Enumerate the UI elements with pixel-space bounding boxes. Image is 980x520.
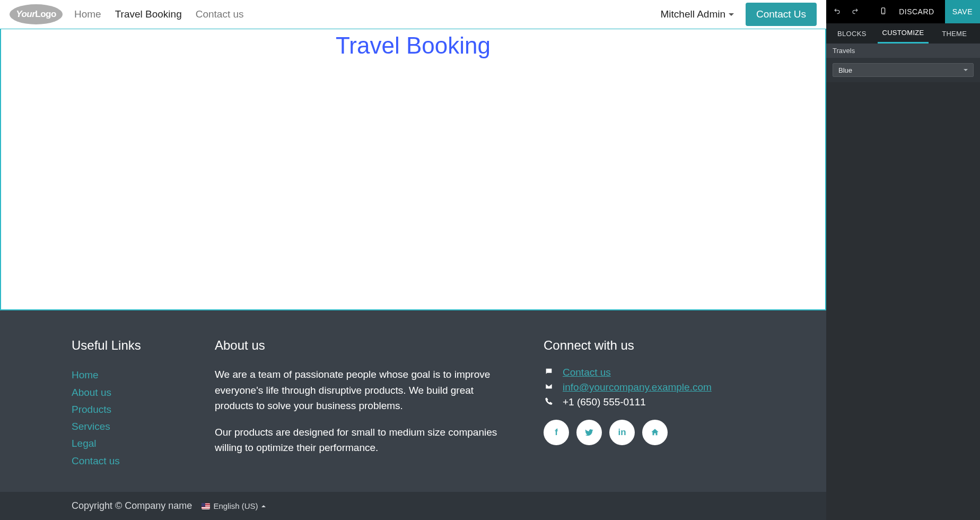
speech-bubble-icon (544, 367, 554, 378)
tab-theme[interactable]: THEME (929, 23, 980, 44)
footer-link-home[interactable]: Home (72, 367, 183, 384)
site-logo[interactable]: YourLogo (10, 4, 63, 24)
tab-blocks[interactable]: BLOCKS (826, 23, 878, 44)
language-selector[interactable]: English (US) (202, 501, 265, 510)
nav-link-contact-us[interactable]: Contact us (196, 8, 244, 20)
customize-body: Blue (826, 58, 980, 82)
facebook-glyph: f (555, 427, 558, 438)
redo-button[interactable] (850, 7, 860, 16)
page-title[interactable]: Travel Booking (1, 29, 825, 59)
discard-button[interactable]: DISCARD (896, 7, 938, 16)
editor-tabs: BLOCKS CUSTOMIZE THEME (826, 23, 980, 44)
social-row: f in (544, 420, 755, 445)
footer-link-legal[interactable]: Legal (72, 435, 183, 452)
footer-about-heading: About us (215, 338, 512, 353)
user-menu[interactable]: Mitchell Admin (661, 8, 734, 20)
connect-phone-text: +1 (650) 555-0111 (563, 396, 646, 408)
linkedin-glyph: in (618, 427, 626, 438)
editable-page-frame[interactable]: Travel Booking (0, 29, 826, 310)
undo-button[interactable] (832, 7, 842, 16)
footer-link-services[interactable]: Services (72, 418, 183, 435)
sub-footer: Copyright © Company name English (US) (0, 492, 826, 520)
connect-row-phone: +1 (650) 555-0111 (544, 396, 755, 408)
language-label: English (US) (213, 501, 258, 510)
color-select[interactable]: Blue (833, 63, 974, 77)
footer-link-products[interactable]: Products (72, 401, 183, 418)
footer-link-about-us[interactable]: About us (72, 384, 183, 401)
navbar-right: Mitchell Admin Contact Us (661, 3, 817, 26)
chevron-down-icon (729, 13, 734, 16)
color-select-value: Blue (838, 66, 852, 74)
connect-email-link[interactable]: info@yourcompany.example.com (563, 382, 712, 393)
site-footer: Useful Links Home About us Products Serv… (0, 310, 826, 492)
home-icon[interactable] (642, 420, 668, 445)
contact-us-button[interactable]: Contact Us (746, 3, 817, 26)
nav-link-travel-booking[interactable]: Travel Booking (115, 8, 182, 20)
editor-toolbar: DISCARD SAVE (826, 0, 980, 23)
facebook-icon[interactable]: f (544, 420, 569, 445)
connect-row-email: info@yourcompany.example.com (544, 382, 755, 393)
save-button[interactable]: SAVE (945, 0, 980, 23)
footer-about: About us We are a team of passionate peo… (215, 338, 512, 470)
chevron-down-icon (964, 69, 968, 71)
phone-icon (544, 397, 554, 408)
footer-about-paragraph-2: Our products are designed for small to m… (215, 424, 512, 456)
editor-empty-area (826, 82, 980, 520)
top-navbar: YourLogo Home Travel Booking Contact us … (0, 0, 826, 29)
mobile-preview-button[interactable] (878, 7, 888, 16)
connect-contact-link[interactable]: Contact us (563, 367, 611, 378)
user-name: Mitchell Admin (661, 8, 726, 20)
footer-about-paragraph-1: We are a team of passionate people whose… (215, 367, 512, 413)
logo-text-your: Your (16, 9, 35, 20)
footer-useful-links: Useful Links Home About us Products Serv… (72, 338, 183, 470)
flag-us-icon (202, 503, 210, 509)
footer-useful-links-heading: Useful Links (72, 338, 183, 353)
footer-link-contact-us[interactable]: Contact us (72, 453, 183, 470)
footer-connect-heading: Connect with us (544, 338, 755, 353)
site-preview: YourLogo Home Travel Booking Contact us … (0, 0, 826, 520)
twitter-icon[interactable] (576, 420, 602, 445)
logo-text-logo: Logo (35, 9, 56, 20)
customize-section-heading: Travels (826, 44, 980, 58)
nav-links: Home Travel Booking Contact us (74, 8, 244, 20)
tab-customize[interactable]: CUSTOMIZE (878, 23, 929, 44)
copyright-text: Copyright © Company name (72, 500, 192, 512)
editor-sidebar: DISCARD SAVE BLOCKS CUSTOMIZE THEME Trav… (826, 0, 980, 520)
envelope-icon (544, 382, 554, 393)
connect-row-contact: Contact us (544, 367, 755, 378)
linkedin-icon[interactable]: in (609, 420, 635, 445)
chevron-up-icon (261, 505, 266, 507)
footer-connect: Connect with us Contact us info@yourcomp… (544, 338, 755, 470)
nav-link-home[interactable]: Home (74, 8, 101, 20)
